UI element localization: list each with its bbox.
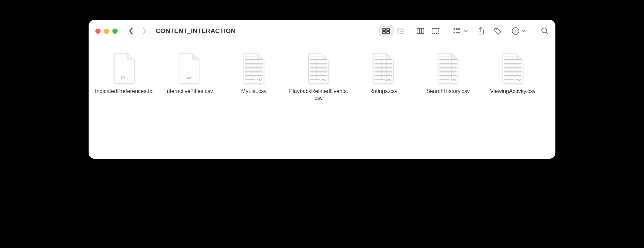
file-item[interactable]: TXTIndicatedPreferences.txt	[92, 52, 157, 102]
group-by-button[interactable]	[453, 28, 468, 34]
action-menu-button[interactable]	[511, 27, 525, 35]
svg-rect-15	[434, 33, 435, 34]
file-item[interactable]: csvRatings.csv	[351, 52, 416, 102]
svg-point-8	[397, 32, 399, 34]
chevron-down-icon	[464, 30, 468, 32]
file-item[interactable]: csvSearchHistory.csv	[416, 52, 480, 102]
svg-point-26	[496, 29, 497, 30]
finder-window: CONTENT_INTERACTION	[89, 20, 555, 159]
back-button[interactable]	[128, 27, 135, 35]
view-icon-button[interactable]	[379, 26, 394, 36]
search-button[interactable]	[541, 27, 549, 35]
svg-text:csv: csv	[451, 78, 456, 82]
csv-file-icon: csv	[432, 52, 464, 85]
svg-rect-3	[387, 31, 389, 34]
traffic-lights	[95, 29, 118, 34]
svg-rect-22	[454, 32, 455, 33]
svg-rect-13	[432, 28, 439, 32]
svg-rect-16	[436, 33, 437, 34]
window-minimize-button[interactable]	[104, 29, 109, 34]
svg-rect-7	[399, 31, 404, 31]
svg-rect-5	[399, 29, 404, 29]
file-label: MyList.csv	[241, 88, 267, 95]
file-grid: TXTIndicatedPreferences.txtcsvInteractiv…	[89, 42, 555, 159]
svg-rect-9	[399, 33, 404, 33]
svg-rect-24	[458, 32, 460, 33]
svg-point-30	[517, 31, 518, 32]
svg-rect-10	[417, 28, 424, 34]
svg-text:csv: csv	[516, 78, 521, 82]
toolbar-divider	[411, 27, 411, 35]
csv-file-icon: csv	[238, 52, 270, 85]
share-button[interactable]	[477, 27, 484, 35]
toolbar: CONTENT_INTERACTION	[89, 20, 555, 42]
csv-file-icon: csv	[173, 52, 205, 85]
svg-point-29	[515, 31, 516, 32]
svg-rect-17	[438, 33, 439, 34]
file-item[interactable]: csvViewingActivity.csv	[480, 52, 545, 102]
tags-button[interactable]	[494, 27, 502, 35]
nav-buttons	[128, 27, 148, 35]
window-fullscreen-button[interactable]	[112, 29, 118, 34]
svg-rect-2	[383, 31, 385, 34]
file-label: IndicatedPreferences.txt	[95, 88, 154, 95]
toolbar-right	[453, 27, 549, 35]
view-gallery-button[interactable]	[428, 26, 443, 36]
svg-text:csv: csv	[321, 78, 326, 82]
file-label: ViewingActivity.csv	[490, 88, 536, 95]
svg-rect-20	[458, 28, 460, 30]
view-column-button[interactable]	[413, 26, 428, 36]
svg-rect-21	[454, 31, 460, 31]
svg-rect-23	[456, 32, 458, 33]
svg-text:csv: csv	[187, 76, 192, 79]
svg-rect-18	[454, 28, 455, 30]
csv-file-icon: csv	[497, 52, 528, 85]
svg-line-32	[546, 32, 548, 34]
file-label: SearchHistory.csv	[426, 88, 470, 95]
file-label: Ratings.csv	[369, 88, 398, 95]
svg-text:csv: csv	[386, 78, 391, 82]
file-label: InteractiveTitles.csv	[165, 88, 213, 95]
svg-point-4	[397, 28, 399, 30]
view-list-button[interactable]	[394, 26, 409, 36]
csv-file-icon: csv	[303, 52, 334, 85]
svg-point-6	[397, 30, 399, 32]
window-close-button[interactable]	[95, 29, 101, 34]
file-item[interactable]: csvPlaybackRelatedEvents.csv	[286, 52, 351, 102]
window-title: CONTENT_INTERACTION	[156, 27, 235, 35]
svg-point-31	[542, 28, 547, 33]
txt-file-icon: TXT	[109, 52, 140, 85]
chevron-down-icon	[522, 30, 525, 32]
svg-rect-14	[432, 33, 433, 34]
svg-rect-19	[456, 28, 458, 30]
svg-point-28	[513, 31, 515, 32]
svg-text:csv: csv	[257, 78, 262, 82]
view-mode-group	[379, 26, 443, 36]
file-label: PlaybackRelatedEvents.csv	[288, 88, 349, 102]
csv-file-icon: csv	[368, 52, 399, 85]
svg-rect-1	[387, 28, 389, 31]
svg-rect-0	[383, 28, 385, 31]
file-item[interactable]: csvMyList.csv	[221, 52, 286, 102]
svg-text:TXT: TXT	[120, 75, 128, 79]
file-item[interactable]: csvInteractiveTitles.csv	[157, 52, 221, 102]
forward-button[interactable]	[141, 27, 148, 35]
